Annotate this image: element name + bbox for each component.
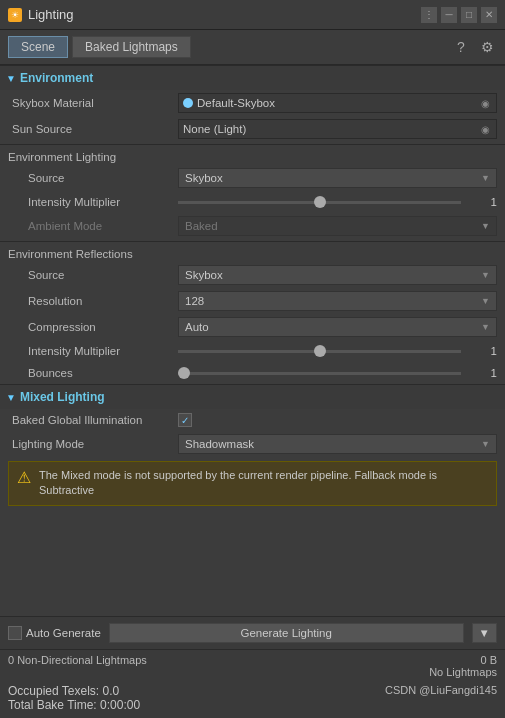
baked-gi-checkbox-row: ✓	[178, 413, 198, 427]
env-refl-compression-row: Compression Auto ▼	[0, 314, 505, 340]
ambient-mode-dropdown[interactable]: Baked ▼	[178, 216, 497, 236]
env-refl-bounces-value: 1	[178, 367, 497, 379]
skybox-pick-btn[interactable]: ◉	[478, 96, 492, 110]
env-refl-bounces-num: 1	[467, 367, 497, 379]
lighting-mode-value: Shadowmask ▼	[178, 434, 497, 454]
window-controls: ⋮ ─ □ ✕	[421, 7, 497, 23]
mixed-lighting-arrow-icon: ▼	[6, 392, 16, 403]
more-options-btn[interactable]: ⋮	[421, 7, 437, 23]
env-refl-source-row: Source Skybox ▼	[0, 262, 505, 288]
baked-gi-row: Baked Global Illumination ✓	[0, 409, 505, 431]
env-refl-resolution-value: 128 ▼	[178, 291, 497, 311]
baked-gi-label: Baked Global Illumination	[8, 414, 178, 426]
env-refl-resolution-dropdown[interactable]: 128 ▼	[178, 291, 497, 311]
maximize-btn[interactable]: □	[461, 7, 477, 23]
sun-source-row: Sun Source None (Light) ◉	[0, 116, 505, 142]
minimize-btn[interactable]: ─	[441, 7, 457, 23]
sun-source-label: Sun Source	[8, 123, 178, 135]
stats-row: 0 Non-Directional Lightmaps 0 B No Light…	[0, 650, 505, 682]
sun-source-value: None (Light) ◉	[178, 119, 497, 139]
stats-right: 0 B No Lightmaps	[429, 654, 497, 678]
env-lighting-source-row: Source Skybox ▼	[0, 165, 505, 191]
total-bake-time: Total Bake Time: 0:00:00	[8, 698, 140, 712]
no-lightmaps: No Lightmaps	[429, 666, 497, 678]
sun-source-text: None (Light)	[183, 123, 478, 135]
skybox-material-row: Skybox Material Default-Skybox ◉	[0, 90, 505, 116]
environment-section-header[interactable]: ▼ Environment	[0, 65, 505, 90]
watermark: CSDN @LiuFangdi145	[385, 684, 497, 712]
env-lighting-intensity-slider[interactable]	[178, 201, 461, 204]
tab-baked-lightmaps[interactable]: Baked Lightmaps	[72, 36, 191, 58]
env-lighting-source-text: Skybox	[185, 172, 223, 184]
env-refl-source-arrow-icon: ▼	[481, 270, 490, 280]
settings-btn[interactable]: ⚙	[477, 37, 497, 57]
env-refl-compression-text: Auto	[185, 321, 209, 333]
generate-lighting-btn[interactable]: Generate Lighting	[109, 623, 464, 643]
env-lighting-source-dropdown[interactable]: Skybox ▼	[178, 168, 497, 188]
environment-arrow-icon: ▼	[6, 73, 16, 84]
env-refl-bounces-row: Bounces 1	[0, 362, 505, 384]
env-lighting-label: Environment Lighting	[0, 147, 505, 165]
env-refl-compression-dropdown[interactable]: Auto ▼	[178, 317, 497, 337]
lighting-mode-text: Shadowmask	[185, 438, 254, 450]
main-content: ▼ Environment Skybox Material Default-Sk…	[0, 65, 505, 633]
toolbar: Scene Baked Lightmaps ? ⚙	[0, 30, 505, 65]
ambient-mode-value: Baked ▼	[178, 216, 497, 236]
env-refl-resolution-row: Resolution 128 ▼	[0, 288, 505, 314]
env-refl-resolution-text: 128	[185, 295, 204, 307]
ambient-mode-text: Baked	[185, 220, 218, 232]
env-refl-bounces-slider[interactable]	[178, 372, 461, 375]
auto-generate-label: Auto Generate	[26, 627, 101, 639]
env-refl-intensity-num: 1	[467, 345, 497, 357]
warning-icon: ⚠	[17, 468, 31, 487]
env-refl-intensity-slider[interactable]	[178, 350, 461, 353]
baked-gi-value: ✓	[178, 413, 497, 427]
env-reflections-label: Environment Reflections	[0, 244, 505, 262]
env-lighting-intensity-row: Intensity Multiplier 1	[0, 191, 505, 213]
env-refl-source-dropdown[interactable]: Skybox ▼	[178, 265, 497, 285]
generate-lighting-dropdown-btn[interactable]: ▼	[472, 623, 497, 643]
env-refl-intensity-value: 1	[178, 345, 497, 357]
lightmap-size: 0 B	[429, 654, 497, 666]
env-lighting-source-arrow-icon: ▼	[481, 173, 490, 183]
bake-info-left: Occupied Texels: 0.0 Total Bake Time: 0:…	[8, 684, 140, 712]
env-refl-source-label: Source	[8, 269, 178, 281]
warning-text: The Mixed mode is not supported by the c…	[39, 468, 488, 499]
env-refl-source-value: Skybox ▼	[178, 265, 497, 285]
lighting-mode-row: Lighting Mode Shadowmask ▼	[0, 431, 505, 457]
warning-box: ⚠ The Mixed mode is not supported by the…	[8, 461, 497, 506]
close-btn[interactable]: ✕	[481, 7, 497, 23]
ambient-mode-arrow-icon: ▼	[481, 221, 490, 231]
env-lighting-source-label: Source	[8, 172, 178, 184]
generate-row: Auto Generate Generate Lighting ▼	[0, 617, 505, 650]
lightmaps-count: 0 Non-Directional Lightmaps	[8, 654, 147, 678]
lighting-mode-dropdown[interactable]: Shadowmask ▼	[178, 434, 497, 454]
skybox-material-text: Default-Skybox	[197, 97, 478, 109]
lighting-mode-arrow-icon: ▼	[481, 439, 490, 449]
baked-gi-checkbox[interactable]: ✓	[178, 413, 192, 427]
bottom-bar: Auto Generate Generate Lighting ▼ 0 Non-…	[0, 616, 505, 718]
env-refl-intensity-slider-container: 1	[178, 345, 497, 357]
tab-scene[interactable]: Scene	[8, 36, 68, 58]
window-title: Lighting	[28, 7, 421, 22]
env-refl-bounces-slider-container: 1	[178, 367, 497, 379]
mixed-lighting-section-title: Mixed Lighting	[20, 390, 105, 404]
skybox-dot-icon	[183, 98, 193, 108]
env-lighting-source-value: Skybox ▼	[178, 168, 497, 188]
environment-section-title: Environment	[20, 71, 93, 85]
env-refl-bounces-label: Bounces	[8, 367, 178, 379]
help-btn[interactable]: ?	[451, 37, 471, 57]
mixed-lighting-section-header[interactable]: ▼ Mixed Lighting	[0, 384, 505, 409]
skybox-material-field[interactable]: Default-Skybox ◉	[178, 93, 497, 113]
sun-pick-btn[interactable]: ◉	[478, 122, 492, 136]
window-icon: ☀	[8, 8, 22, 22]
skybox-material-value: Default-Skybox ◉	[178, 93, 497, 113]
occupied-texels: Occupied Texels: 0.0	[8, 684, 140, 698]
ambient-mode-row: Ambient Mode Baked ▼	[0, 213, 505, 239]
auto-generate-checkbox[interactable]	[8, 626, 22, 640]
env-refl-source-text: Skybox	[185, 269, 223, 281]
env-refl-intensity-row: Intensity Multiplier 1	[0, 340, 505, 362]
divider-1	[0, 144, 505, 145]
auto-generate-check: Auto Generate	[8, 626, 101, 640]
sun-source-field[interactable]: None (Light) ◉	[178, 119, 497, 139]
